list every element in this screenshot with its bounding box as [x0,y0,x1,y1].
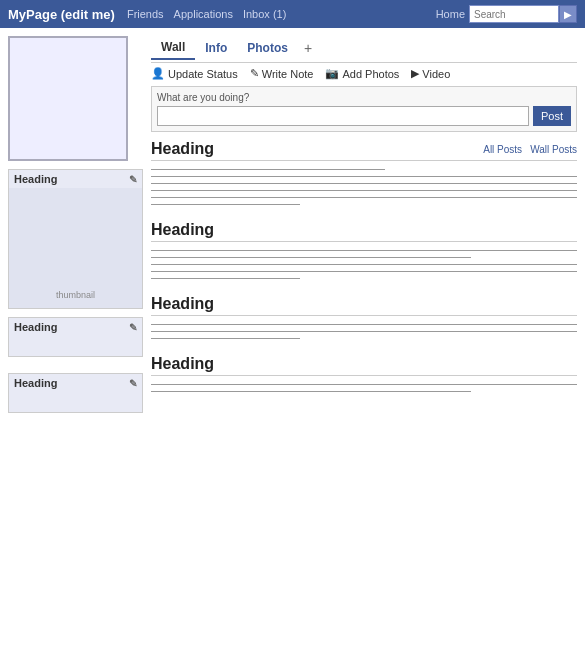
widget-3-header: Heading ✎ [9,374,142,392]
content-line [151,169,385,170]
site-title: MyPage (edit me) [8,7,115,22]
nav-inbox[interactable]: Inbox (1) [243,8,286,20]
action-bar: 👤 Update Status ✎ Write Note 📷 Add Photo… [151,67,577,80]
add-photos-btn[interactable]: 📷 Add Photos [325,67,399,80]
sidebar-widget-2: Heading ✎ [8,317,143,357]
status-box: What are you doing? Post [151,86,577,132]
status-input-row: Post [157,106,571,126]
note-icon: ✎ [250,67,259,80]
section-3-heading-row: Heading [151,295,577,316]
content-line [151,190,577,191]
tab-wall[interactable]: Wall [151,36,195,60]
section-1-links: All Posts Wall Posts [483,144,577,155]
nav-friends[interactable]: Friends [127,8,164,20]
post-button[interactable]: Post [533,106,571,126]
widget-1-header: Heading ✎ [9,170,142,188]
nav-links: Friends Applications Inbox (1) [127,8,436,20]
content-line [151,197,577,198]
topbar: MyPage (edit me) Friends Applications In… [0,0,585,28]
widget-1-heading: Heading [14,173,57,185]
content-line [151,176,577,177]
section-1-heading: Heading [151,140,214,158]
sidebar-widget-3: Heading ✎ [8,373,143,413]
content-line [151,324,577,325]
content-line [151,257,471,258]
section-3-heading: Heading [151,295,214,313]
content-line [151,183,577,184]
content-line [151,331,577,332]
section-2-heading-row: Heading [151,221,577,242]
section-2-lines [151,246,577,283]
search-wrap: ▶ [469,5,577,23]
home-label: Home [436,8,465,20]
all-posts-link[interactable]: All Posts [483,144,522,155]
content-line [151,278,300,279]
widget-1-content: thumbnail [9,188,142,308]
status-label: What are you doing? [157,92,571,103]
widget-3-heading: Heading [14,377,57,389]
status-input[interactable] [157,106,529,126]
widget-2-heading: Heading [14,321,57,333]
video-icon: ▶ [411,67,419,80]
search-button[interactable]: ▶ [559,5,577,23]
section-4-heading: Heading [151,355,214,373]
tabs-row: Wall Info Photos + [151,36,577,63]
widget-1-label: thumbnail [56,290,95,300]
search-input[interactable] [469,5,559,23]
sidebar-widget-1: Heading ✎ thumbnail [8,169,143,309]
section-2-heading: Heading [151,221,214,239]
write-note-btn[interactable]: ✎ Write Note [250,67,314,80]
left-column: Heading ✎ thumbnail Heading ✎ Heading ✎ [8,36,143,413]
widget-2-header: Heading ✎ [9,318,142,336]
section-4-lines [151,380,577,396]
tab-info[interactable]: Info [195,37,237,59]
widget-1-edit-icon[interactable]: ✎ [129,174,137,185]
nav-applications[interactable]: Applications [174,8,233,20]
wall-posts-link[interactable]: Wall Posts [530,144,577,155]
section-3-lines [151,320,577,343]
camera-icon: 📷 [325,67,339,80]
profile-photo [8,36,128,161]
right-column: Wall Info Photos + 👤 Update Status ✎ Wri… [151,36,577,413]
user-icon: 👤 [151,67,165,80]
content-section-1: Heading All Posts Wall Posts [151,140,577,209]
content-section-3: Heading [151,295,577,343]
content-line [151,204,300,205]
section-1-heading-row: Heading All Posts Wall Posts [151,140,577,161]
video-btn[interactable]: ▶ Video [411,67,450,80]
content-section-4: Heading [151,355,577,396]
content-line [151,264,577,265]
content-line [151,391,471,392]
tab-add-icon[interactable]: + [298,38,318,58]
content-line [151,271,577,272]
main-layout: Heading ✎ thumbnail Heading ✎ Heading ✎ [0,28,585,421]
content-line [151,338,300,339]
content-line [151,384,577,385]
section-1-lines [151,165,577,209]
section-4-heading-row: Heading [151,355,577,376]
widget-2-edit-icon[interactable]: ✎ [129,322,137,333]
tab-photos[interactable]: Photos [237,37,298,59]
widget-3-edit-icon[interactable]: ✎ [129,378,137,389]
update-status-btn[interactable]: 👤 Update Status [151,67,238,80]
content-line [151,250,577,251]
content-section-2: Heading [151,221,577,283]
